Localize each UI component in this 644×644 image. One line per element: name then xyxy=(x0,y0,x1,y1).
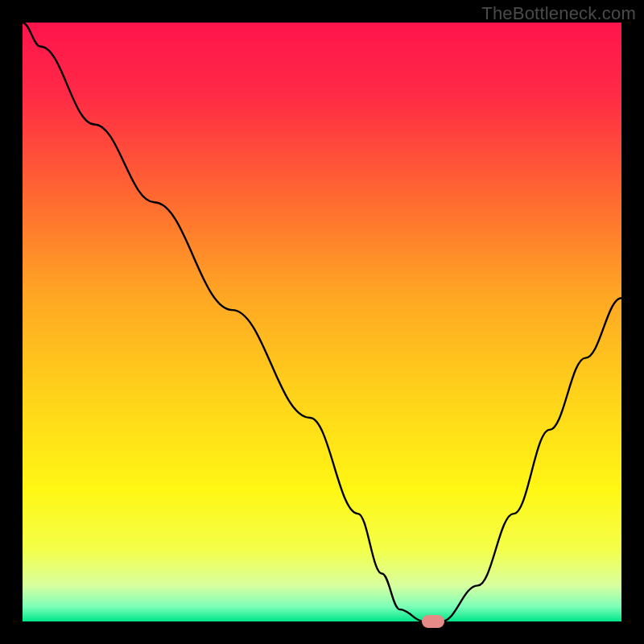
watermark-text: TheBottleneck.com xyxy=(481,3,636,24)
optimal-point-marker xyxy=(422,615,444,628)
plot-area xyxy=(23,23,621,621)
chart-frame: TheBottleneck.com xyxy=(0,0,644,644)
chart-background xyxy=(23,23,621,621)
chart-svg xyxy=(23,23,621,621)
